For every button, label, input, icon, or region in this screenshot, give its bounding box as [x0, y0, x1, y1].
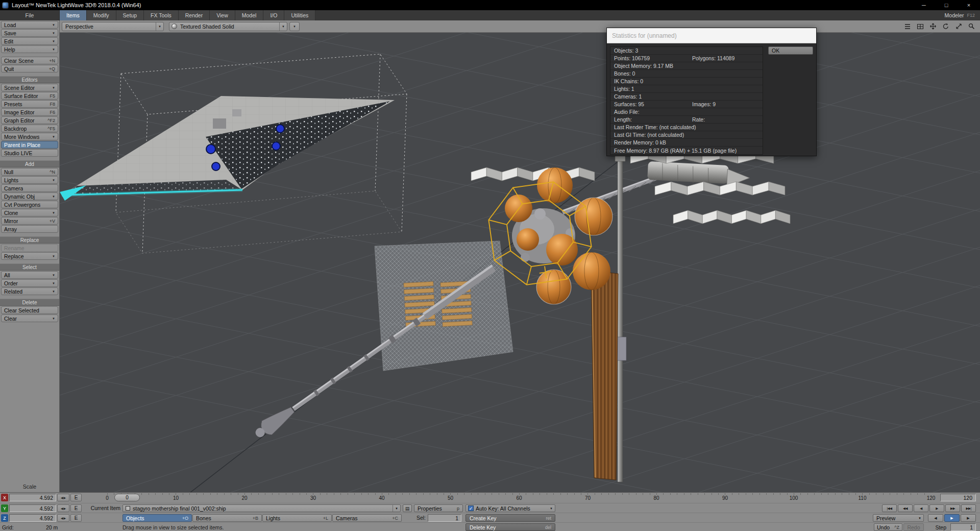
preview-play-button[interactable]: ▶ — [944, 514, 960, 522]
sidebar-item-clear[interactable]: Clear▼ — [1, 315, 58, 322]
transport-end-button[interactable]: ▶▶| — [961, 504, 976, 512]
x-value-field[interactable]: 4.592 — [9, 494, 56, 501]
sidebar-item-quit[interactable]: Quit+Q — [1, 65, 58, 73]
tab-items[interactable]: Items — [60, 10, 87, 20]
sidebar-section-editors: Editors — [0, 76, 59, 83]
zoom-icon[interactable] — [953, 22, 964, 31]
sidebar-item-lights[interactable]: Lights▼ — [1, 176, 58, 184]
timeline-track[interactable]: 0 10 20 30 40 50 60 70 80 90 100 110 120… — [85, 493, 936, 503]
tab-fx-tools[interactable]: FX Tools — [144, 10, 179, 20]
sidebar-item-clear-scene[interactable]: Clear Scene+N — [1, 57, 58, 64]
tab-view[interactable]: View — [210, 10, 235, 20]
delete-key-button[interactable]: Delete Key del — [465, 523, 555, 531]
step-field[interactable]: 1 — [950, 523, 976, 531]
current-item-dropdown[interactable]: stagyro mothership final 001_v002:ship ▼ — [122, 504, 401, 512]
viewport-3d[interactable] — [60, 33, 980, 492]
sidebar-item-scene-editor[interactable]: Scene Editor▼ — [1, 84, 58, 91]
stat-row: Objects: 3 — [610, 47, 763, 55]
preview-dropdown[interactable]: Preview ▼ — [873, 514, 924, 522]
auto-key-checkbox[interactable]: ✓ — [468, 505, 474, 511]
sidebar-item-presets[interactable]: PresetsF8 — [1, 100, 58, 108]
menubar-spacer — [315, 10, 939, 20]
sidebar-item-replace[interactable]: Replace▼ — [1, 252, 58, 260]
sidebar-item-cvt-powergons[interactable]: Cvt Powergons — [1, 201, 58, 208]
preview-reverse-button[interactable]: ◀ — [928, 514, 943, 522]
shading-mode-dropdown[interactable]: Textured Shaded Solid ▼ — [169, 22, 287, 31]
tab-utilities[interactable]: Utilities — [284, 10, 315, 20]
sidebar-item-more-windows[interactable]: More Windows▼ — [1, 133, 58, 140]
sidebar-item-array[interactable]: Array — [1, 225, 58, 233]
frame-slider-handle[interactable]: 0 — [114, 494, 140, 501]
chevron-down-icon: ▼ — [52, 135, 55, 138]
sidebar-item-clear-selected[interactable]: Clear Selected — [1, 306, 58, 314]
close-icon[interactable]: × — [958, 0, 980, 10]
tab-io[interactable]: I/O — [263, 10, 284, 20]
z-value-field[interactable]: 4.592 — [9, 514, 56, 522]
sidebar-item-load[interactable]: Load▼ — [1, 21, 58, 29]
sidebar-item-backdrop[interactable]: Backdrop^F5 — [1, 125, 58, 132]
z-envelope-button[interactable]: E — [70, 514, 82, 522]
item-list-toggle-button[interactable]: ▤ — [403, 504, 412, 512]
ok-button[interactable]: OK — [768, 46, 813, 55]
modeler-button[interactable]: Modeler F12 — [940, 10, 980, 20]
x-spinner[interactable]: ◀▶ — [57, 494, 69, 501]
cameras-button[interactable]: Cameras+C — [332, 514, 402, 522]
rotate-icon[interactable] — [940, 22, 951, 31]
quad-view-icon[interactable] — [915, 22, 926, 31]
z-spinner[interactable]: ◀▶ — [57, 514, 69, 522]
sidebar-item-surface-editor[interactable]: Surface EditorF5 — [1, 92, 58, 100]
timeline-tick: 90 — [722, 495, 728, 501]
sidebar-item-select-related[interactable]: Related▼ — [1, 287, 58, 295]
magnify-icon[interactable] — [966, 22, 977, 31]
last-frame-field[interactable]: 120 — [940, 494, 976, 501]
sidebar-item-save[interactable]: Save▼ — [1, 29, 58, 37]
minimize-icon[interactable]: ─ — [913, 0, 935, 10]
sidebar-item-mirror[interactable]: Mirror+V — [1, 217, 58, 225]
sel-count-field[interactable]: 1 — [428, 514, 461, 522]
sidebar-item-studio-live[interactable]: Studio LIVE — [1, 149, 58, 157]
y-spinner[interactable]: ◀▶ — [57, 504, 69, 512]
pan-icon[interactable] — [927, 22, 939, 31]
x-envelope-button[interactable]: E — [70, 494, 82, 501]
create-key-button[interactable]: Create Key ret — [465, 514, 555, 522]
tab-model[interactable]: Model — [235, 10, 264, 20]
sidebar-item-clone[interactable]: Clone▼ — [1, 209, 58, 216]
stat-row: Length:Rate: — [610, 116, 763, 124]
auto-key-dropdown[interactable]: ✓ Auto Key: All Channels ▼ — [465, 504, 555, 512]
sidebar-item-help[interactable]: Help▼ — [1, 45, 58, 53]
redo-label: Redo — [907, 524, 920, 530]
sidebar-item-image-editor[interactable]: Image EditorF6 — [1, 108, 58, 116]
lights-button[interactable]: Lights+L — [262, 514, 332, 522]
sidebar-item-rename: Rename — [1, 244, 58, 252]
transport-step-back-button[interactable]: ◀ — [914, 504, 928, 512]
y-value-field[interactable]: 4.592 — [9, 504, 56, 512]
viewport-options-dropdown[interactable]: ▼ — [289, 22, 300, 31]
transport-step-forward-button[interactable]: ▶ — [929, 504, 944, 512]
properties-button[interactable]: Properties p — [414, 504, 463, 512]
sidebar-item-dynamic-obj[interactable]: Dynamic Obj▼ — [1, 192, 58, 200]
objects-button[interactable]: Objects+O — [122, 514, 192, 522]
bones-button[interactable]: Bones+B — [192, 514, 262, 522]
statistics-dialog-titlebar[interactable]: Statistics for (unnamed) — [607, 28, 816, 43]
sidebar-item-edit[interactable]: Edit▼ — [1, 37, 58, 45]
transport-next-key-button[interactable]: ▶▶ — [945, 504, 960, 512]
list-icon[interactable] — [902, 22, 913, 31]
sidebar-item-graph-editor[interactable]: Graph Editor^F2 — [1, 116, 58, 124]
sidebar-item-parent-in-place[interactable]: Parent in Place — [1, 141, 58, 149]
sidebar-item-select-order[interactable]: Order▼ — [1, 279, 58, 287]
maximize-icon[interactable]: □ — [935, 0, 958, 10]
tab-setup[interactable]: Setup — [116, 10, 144, 20]
tab-render[interactable]: Render — [179, 10, 210, 20]
transport-start-button[interactable]: |◀◀ — [882, 504, 897, 512]
sidebar-item-select-all[interactable]: All▼ — [1, 271, 58, 279]
y-envelope-button[interactable]: E — [70, 504, 82, 512]
undo-button[interactable]: Undo ^Z — [874, 523, 902, 531]
view-mode-dropdown[interactable]: Perspective ▼ — [62, 22, 164, 31]
stat-right: Images: 9 — [692, 101, 716, 107]
transport-prev-key-button[interactable]: ◀◀ — [898, 504, 913, 512]
stat-left: Cameras: 1 — [614, 93, 642, 100]
sidebar-item-null[interactable]: Null^N — [1, 168, 58, 176]
tab-modify[interactable]: Modify — [87, 10, 116, 20]
preview-forward-button[interactable]: ▶ — [961, 514, 976, 522]
sidebar-item-camera[interactable]: Camera — [1, 184, 58, 192]
